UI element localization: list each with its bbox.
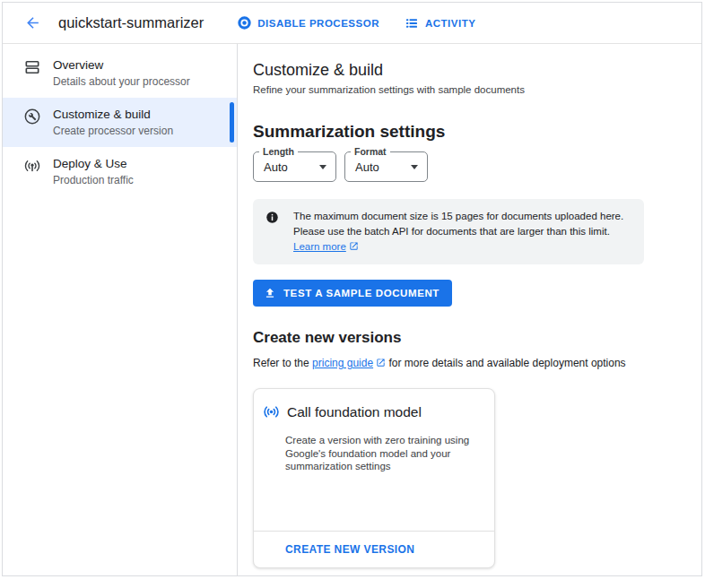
sidebar-item-overview[interactable]: Overview Details about your processor: [3, 48, 237, 98]
activity-list-icon: [405, 16, 419, 30]
test-sample-document-button[interactable]: TEST A SAMPLE DOCUMENT: [253, 280, 452, 307]
sidebar-item-description: Create processor version: [53, 125, 173, 137]
test-sample-document-label: TEST A SAMPLE DOCUMENT: [283, 288, 440, 298]
back-arrow-icon: [24, 14, 41, 31]
create-new-versions-heading: Create new versions: [253, 329, 680, 347]
info-icon: [265, 211, 279, 255]
sidebar-item-description: Details about your processor: [53, 75, 190, 88]
foundation-model-icon: [262, 402, 281, 421]
build-circle-icon: [23, 108, 41, 125]
app-window: quickstart-summarizer DISABLE PROCESSOR: [2, 2, 702, 576]
pricing-guide-link[interactable]: pricing guide: [312, 357, 373, 369]
chevron-down-icon: [319, 165, 326, 169]
settings-fields: Length Auto Format Auto: [253, 151, 680, 182]
sidebar-item-text: Customize & build Create processor versi…: [53, 107, 173, 137]
card-footer: CREATE NEW VERSION: [254, 531, 494, 567]
info-banner-text: The maximum document size is 15 pages fo…: [293, 209, 623, 255]
length-select-label: Length: [259, 146, 298, 157]
format-select[interactable]: Format Auto: [344, 151, 428, 182]
card-description: Create a version with zero training usin…: [285, 434, 486, 473]
top-bar-actions: DISABLE PROCESSOR ACTIVITY: [238, 16, 475, 30]
main-content: Customize & build Refine your summarizat…: [238, 44, 701, 575]
card-body: Call foundation model Create a version w…: [254, 389, 494, 531]
sidebar-item-label: Deploy & Use: [53, 156, 134, 171]
external-link-icon[interactable]: [349, 240, 359, 255]
body: Overview Details about your processor Cu…: [3, 44, 701, 575]
format-select-label: Format: [351, 146, 390, 157]
disable-circle-icon: [238, 16, 251, 30]
disable-processor-button[interactable]: DISABLE PROCESSOR: [238, 16, 379, 30]
card-header: Call foundation model: [262, 402, 480, 421]
page-subtitle: Refine your summarization settings with …: [253, 84, 680, 95]
sidebar-item-label: Customize & build: [53, 107, 173, 122]
subtitle-prefix: Refer to the: [253, 357, 312, 369]
external-link-icon[interactable]: [376, 358, 386, 370]
disable-processor-label: DISABLE PROCESSOR: [257, 18, 379, 29]
info-banner: The maximum document size is 15 pages fo…: [253, 199, 644, 264]
chevron-down-icon: [411, 165, 418, 169]
top-bar: quickstart-summarizer DISABLE PROCESSOR: [3, 3, 701, 44]
create-new-version-button[interactable]: CREATE NEW VERSION: [285, 543, 414, 556]
overview-icon: [23, 58, 41, 76]
activity-button[interactable]: ACTIVITY: [405, 16, 475, 30]
info-banner-line2: Please use the batch API for documents t…: [293, 224, 623, 239]
antenna-icon: [23, 157, 41, 175]
sidebar-item-customize-build[interactable]: Customize & build Create processor versi…: [3, 98, 237, 147]
back-button[interactable]: [23, 14, 41, 32]
length-select-value: Auto: [264, 160, 288, 174]
page-title: Customize & build: [253, 61, 680, 80]
side-navigation: Overview Details about your processor Cu…: [3, 44, 238, 575]
create-new-versions-subtitle: Refer to the pricing guide for more deta…: [253, 357, 680, 370]
format-select-value: Auto: [355, 160, 379, 174]
sidebar-item-text: Overview Details about your processor: [53, 57, 190, 88]
subtitle-suffix: for more details and available deploymen…: [386, 357, 626, 369]
learn-more-link[interactable]: Learn more: [293, 241, 346, 252]
sidebar-item-text: Deploy & Use Production traffic: [53, 156, 134, 186]
sidebar-item-description: Production traffic: [53, 174, 134, 186]
upload-icon: [264, 287, 276, 299]
card-title: Call foundation model: [287, 404, 422, 420]
info-banner-line1: The maximum document size is 15 pages fo…: [293, 209, 623, 224]
sidebar-item-label: Overview: [53, 57, 190, 73]
processor-title: quickstart-summarizer: [58, 14, 204, 31]
summarization-settings-heading: Summarization settings: [253, 122, 680, 142]
length-select[interactable]: Length Auto: [253, 151, 336, 182]
activity-label: ACTIVITY: [425, 18, 475, 29]
foundation-model-card: Call foundation model Create a version w…: [253, 388, 495, 568]
sidebar-item-deploy-use[interactable]: Deploy & Use Production traffic: [3, 147, 237, 196]
